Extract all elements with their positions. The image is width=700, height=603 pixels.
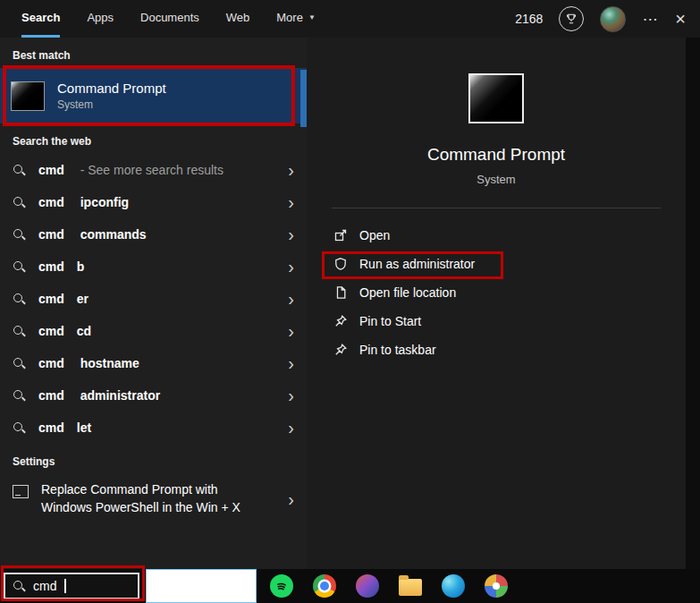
search-suggestion[interactable]: cmd hostname › (0, 347, 307, 379)
action-pin-to-start[interactable]: Pin to Start (333, 307, 686, 335)
edge-icon[interactable] (442, 574, 465, 598)
search-icon (13, 228, 26, 242)
search-suggestion[interactable]: cmdlet › (0, 412, 307, 444)
action-pin-to-taskbar[interactable]: Pin to taskbar (333, 335, 686, 364)
suggestion-suffix: administrator (77, 388, 160, 403)
suggestion-suffix: commands (77, 227, 147, 242)
tab-web[interactable]: Web (226, 0, 250, 38)
search-icon (13, 325, 26, 338)
tab-web-label: Web (226, 11, 250, 24)
search-suggestion[interactable]: cmdcd › (0, 315, 307, 347)
search-suggestion[interactable]: cmd administrator › (0, 379, 307, 412)
preview-panel: Command Prompt System Open Run as admini… (307, 38, 700, 569)
file-explorer-icon[interactable] (399, 579, 422, 596)
tab-search[interactable]: Search (21, 0, 60, 38)
best-match-title: Command Prompt (57, 81, 166, 96)
app-icon-6[interactable] (485, 574, 508, 598)
preview-title: Command Prompt (427, 145, 565, 165)
settings-result-powershell-replace[interactable]: Replace Command Prompt with Windows Powe… (0, 474, 307, 523)
chrome-icon[interactable] (313, 574, 336, 598)
tab-search-label: Search (21, 11, 60, 24)
suggestion-text: cmd (38, 292, 64, 306)
action-label: Open (359, 228, 390, 242)
action-open[interactable]: Open (333, 221, 686, 250)
action-open-file-location[interactable]: Open file location (333, 278, 686, 307)
suggestion-text: cmd (38, 324, 64, 338)
best-match-result-command-prompt[interactable]: Command Prompt System (0, 68, 307, 123)
search-icon (13, 293, 26, 306)
command-prompt-icon (11, 81, 45, 111)
chevron-down-icon: ▼ (308, 13, 316, 21)
tab-documents[interactable]: Documents (140, 0, 199, 38)
shield-icon (333, 257, 348, 271)
search-icon (13, 196, 26, 209)
rewards-points: 2168 (515, 12, 543, 26)
search-suggestion[interactable]: cmd commands › (0, 218, 307, 251)
suggestion-suffix: cd (77, 324, 91, 338)
search-results-panel: Best match Command Prompt System Search … (0, 38, 307, 569)
search-tabs-bar: Search Apps Documents Web More ▼ 2168 … … (0, 0, 700, 38)
rewards-trophy-icon[interactable] (559, 6, 584, 31)
suggestion-suffix: b (77, 259, 85, 274)
taskbar-icons (270, 569, 508, 603)
chevron-right-icon: › (288, 490, 294, 508)
suggestion-text: cmd (38, 420, 64, 435)
chevron-right-icon: › (288, 419, 294, 437)
chevron-right-icon: › (288, 386, 294, 404)
app-icon-3[interactable] (356, 574, 379, 598)
panel-right-edge (686, 38, 700, 569)
action-label: Open file location (359, 285, 456, 300)
action-run-as-administrator[interactable]: Run as administrator (333, 250, 686, 278)
chevron-right-icon: › (288, 161, 294, 179)
tab-apps[interactable]: Apps (87, 0, 114, 38)
search-suggestion[interactable]: cmdb › (0, 251, 307, 283)
spotify-icon[interactable] (270, 574, 293, 598)
more-options-icon[interactable]: … (642, 6, 659, 25)
search-icon (13, 357, 26, 370)
action-label: Pin to taskbar (359, 343, 436, 357)
suggestion-suffix: hostname (77, 356, 139, 370)
search-suggestion[interactable]: cmd - See more search results › (0, 154, 307, 186)
tab-more-label: More (276, 11, 303, 24)
user-avatar[interactable] (600, 6, 626, 32)
command-prompt-icon-large (468, 73, 524, 123)
search-icon (13, 164, 26, 177)
topbar-right-cluster: 2168 … × (515, 0, 700, 38)
divider (332, 208, 661, 208)
tab-documents-label: Documents (140, 11, 199, 24)
suggestion-text: cmd (38, 356, 64, 370)
suggestion-text: cmd (38, 163, 64, 177)
context-actions: Open Run as administrator Open file loca… (307, 221, 686, 364)
chevron-right-icon: › (288, 193, 294, 211)
close-icon[interactable]: × (675, 10, 686, 28)
taskbar-search-box[interactable] (146, 569, 257, 603)
scrollbar-thumb[interactable] (300, 70, 307, 127)
suggestion-text: cmd (38, 195, 64, 209)
search-input-value: cmd (33, 579, 56, 593)
suggestion-text: cmd (38, 388, 64, 403)
preview-subtitle: System (477, 173, 515, 186)
file-location-icon (333, 285, 348, 300)
suggestion-suffix: - See more search results (77, 163, 223, 177)
action-label: Pin to Start (359, 314, 421, 328)
suggestion-suffix: ipconfig (77, 195, 129, 209)
pin-icon (333, 314, 348, 328)
suggestion-text: cmd (38, 259, 64, 274)
pin-icon (333, 343, 348, 357)
search-icon (13, 580, 26, 593)
suggestion-suffix: let (77, 420, 91, 435)
chevron-right-icon: › (288, 290, 294, 308)
best-match-subtitle: System (57, 98, 166, 111)
search-suggestion[interactable]: cmd ipconfig › (0, 186, 307, 218)
open-icon (333, 228, 348, 242)
chevron-right-icon: › (288, 225, 294, 243)
search-icon (13, 260, 26, 274)
search-icon (13, 389, 26, 403)
search-suggestion[interactable]: cmder › (0, 283, 307, 315)
suggestion-text: cmd (38, 227, 64, 242)
settings-result-line2: Windows PowerShell in the Win + X (41, 499, 240, 517)
chevron-right-icon: › (288, 258, 294, 276)
taskbar-search-input[interactable]: cmd (4, 573, 139, 599)
settings-result-line1: Replace Command Prompt with (41, 481, 240, 499)
tab-more[interactable]: More ▼ (276, 0, 316, 38)
